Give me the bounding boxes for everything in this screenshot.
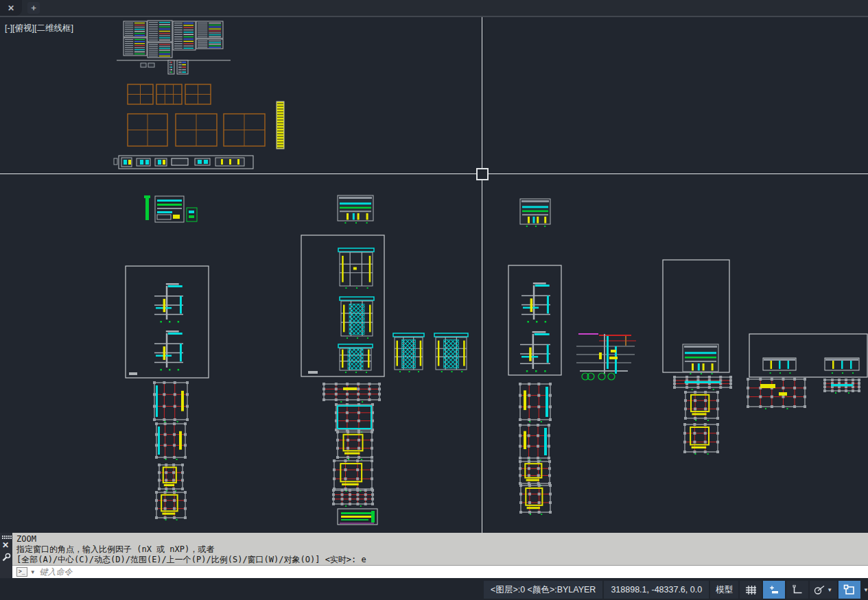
- polar-tracking-button[interactable]: ▼: [810, 581, 837, 599]
- annotation-scale-button[interactable]: [838, 581, 860, 599]
- cad-application-window: ✕ + [-][俯视][二维线框] ✕: [0, 0, 868, 600]
- ortho-toggle-button[interactable]: [786, 581, 808, 599]
- drawing-canvas[interactable]: [0, 17, 868, 533]
- ortho-icon: [792, 585, 803, 595]
- command-line-1: ZOOM: [16, 534, 868, 544]
- file-tab-bar: ✕ +: [0, 0, 868, 17]
- close-command-window-icon[interactable]: ✕: [2, 540, 9, 550]
- drag-grip-icon[interactable]: [2, 536, 3, 537]
- viewport-dropdown-caret-icon[interactable]: ▼: [862, 587, 868, 593]
- coordinates-readout[interactable]: 318898.1, -48337.6, 0.0: [604, 581, 709, 599]
- drawing-area[interactable]: [-][俯视][二维线框]: [0, 17, 868, 533]
- drawing-file-tab[interactable]: ✕: [0, 0, 22, 16]
- tab-close-icon[interactable]: ✕: [8, 4, 14, 12]
- annotation-viewport-icon: [843, 584, 856, 595]
- polar-dropdown-caret-icon[interactable]: ▼: [825, 587, 834, 593]
- crosshair-vertical: [482, 17, 482, 533]
- grid-icon: [745, 585, 757, 595]
- polar-tracking-icon: [813, 585, 825, 595]
- layer-color-readout: <图层>:0 <颜色>:BYLAYER: [484, 581, 602, 599]
- snap-mode-button[interactable]: [763, 581, 785, 599]
- command-line-3: [全部(A)/中心(C)/动态(D)/范围(E)/上一个(P)/比例(S)/窗口…: [16, 555, 868, 565]
- crosshair-pickbox: [476, 168, 489, 180]
- recent-commands-caret-icon[interactable]: ▼: [30, 569, 36, 575]
- grid-toggle-button[interactable]: [740, 581, 762, 599]
- command-window-toolbar: ✕: [0, 533, 12, 578]
- command-input-hint[interactable]: 键入命令: [40, 566, 73, 578]
- command-history: ZOOM指定窗口的角点，输入比例因子 (nX 或 nXP)，或者[全部(A)/中…: [12, 533, 868, 565]
- status-bar: <图层>:0 <颜色>:BYLAYER 318898.1, -48337.6, …: [0, 579, 868, 600]
- viewport-controls[interactable]: [-][俯视][二维线框]: [5, 23, 73, 34]
- command-input-row[interactable]: >_ ▼ 键入命令: [12, 565, 868, 578]
- crosshair-horizontal: [0, 173, 868, 174]
- wrench-customize-icon[interactable]: [1, 553, 11, 566]
- command-line-2: 指定窗口的角点，输入比例因子 (nX 或 nXP)，或者: [16, 544, 868, 555]
- new-tab-button[interactable]: +: [27, 2, 40, 14]
- snap-icon: [769, 585, 779, 595]
- command-prompt-icon: >_: [16, 567, 27, 577]
- model-space-button[interactable]: 模型: [710, 581, 738, 599]
- command-window: ✕ ZOOM指定窗口的角点，输入比例因子 (nX 或 nXP)，或者[全部(A)…: [0, 533, 868, 578]
